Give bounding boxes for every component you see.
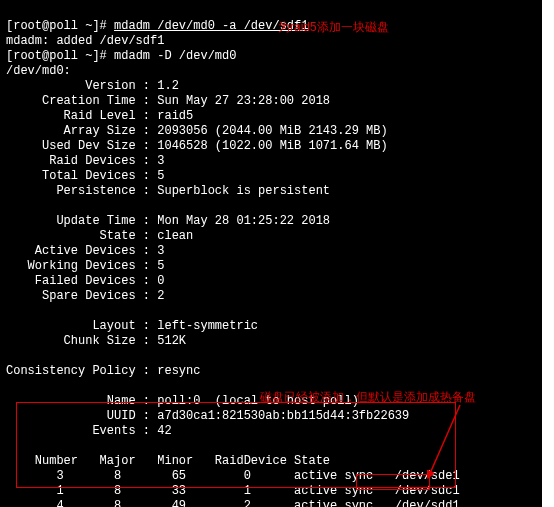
output-dev: /dev/md0: (6, 64, 71, 78)
kv-used-dev-size: Used Dev Size : 1046528 (1022.00 MiB 107… (6, 139, 388, 153)
annotation-hot-spare: 磁盘已经被添加，但默认是添加成热备盘 (260, 390, 476, 405)
kv-state: State : clean (6, 229, 193, 243)
table-row: 1 8 33 1 active sync /dev/sdc1 (6, 484, 460, 498)
command-2: mdadm -D /dev/md0 (114, 49, 236, 63)
svg-line-0 (428, 405, 460, 478)
kv-persistence: Persistence : Superblock is persistent (6, 184, 330, 198)
kv-layout: Layout : left-symmetric (6, 319, 258, 333)
kv-working-devices: Working Devices : 5 (6, 259, 164, 273)
kv-failed-devices: Failed Devices : 0 (6, 274, 164, 288)
prompt-2: [root@poll ~]# mdadm -D /dev/md0 (6, 49, 236, 63)
blank-3 (6, 349, 13, 363)
kv-array-size: Array Size : 2093056 (2044.00 MiB 2143.2… (6, 124, 388, 138)
annotation-add-disk: 为raid5添加一块磁盘 (278, 20, 389, 35)
prompt-1: [root@poll ~]# mdadm /dev/md0 -a /dev/sd… (6, 19, 308, 33)
kv-events: Events : 42 (6, 424, 172, 438)
kv-version: Version : 1.2 (6, 79, 179, 93)
kv-update-time: Update Time : Mon May 28 01:25:22 2018 (6, 214, 330, 228)
kv-consistency-policy: Consistency Policy : resync (6, 364, 200, 378)
kv-raid-level: Raid Level : raid5 (6, 109, 193, 123)
kv-creation-time: Creation Time : Sun May 27 23:28:00 2018 (6, 94, 330, 108)
output-added: mdadm: added /dev/sdf1 (6, 34, 164, 48)
blank-2 (6, 304, 13, 318)
table-row: 3 8 65 0 active sync /dev/sde1 (6, 469, 460, 483)
blank-5 (6, 439, 13, 453)
kv-raid-devices: Raid Devices : 3 (6, 154, 164, 168)
blank-4 (6, 379, 13, 393)
device-table-header: Number Major Minor RaidDevice State (6, 454, 330, 468)
kv-active-devices: Active Devices : 3 (6, 244, 164, 258)
terminal-output: [root@poll ~]# mdadm /dev/md0 -a /dev/sd… (0, 0, 542, 507)
table-row: 4 8 49 2 active sync /dev/sdd1 (6, 499, 460, 507)
kv-spare-devices: Spare Devices : 2 (6, 289, 164, 303)
kv-chunk-size: Chunk Size : 512K (6, 334, 186, 348)
kv-uuid: UUID : a7d30ca1:821530ab:bb115d44:3fb226… (6, 409, 409, 423)
kv-total-devices: Total Devices : 5 (6, 169, 164, 183)
blank-1 (6, 199, 13, 213)
